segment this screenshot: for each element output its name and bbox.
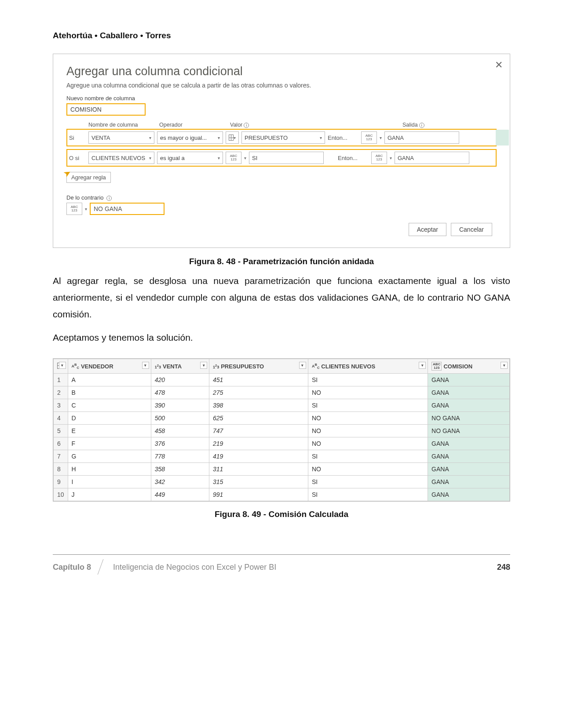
col-header-comision[interactable]: ABC123 COMISION ▾ xyxy=(428,359,510,374)
hdr-column: Nombre de columna xyxy=(88,122,157,128)
col-header-presupuesto[interactable]: 123 PRESUPUESTO ▾ xyxy=(209,359,308,374)
rule-row: O si CLIENTES NUEVOS▾ es igual a▾ ABC123… xyxy=(66,149,497,167)
column-select[interactable]: CLIENTES NUEVOS▾ xyxy=(88,152,154,164)
output-type-select[interactable]: ABC123 xyxy=(371,152,387,164)
cell-vendedor: C xyxy=(68,399,151,412)
cell-venta: 500 xyxy=(151,412,209,425)
cell-presupuesto: 419 xyxy=(209,450,308,463)
new-column-input[interactable] xyxy=(66,103,146,116)
chevron-down-icon: ▾ xyxy=(320,135,322,140)
cell-clientes: NO xyxy=(308,425,428,437)
cell-clientes: SI xyxy=(308,374,428,386)
column-select[interactable]: VENTA▾ xyxy=(88,131,154,144)
row-index: 10 xyxy=(54,488,68,501)
row-index: 1 xyxy=(54,374,68,386)
chevron-down-icon[interactable]: ▾ xyxy=(59,362,66,369)
cell-clientes: NO xyxy=(308,412,428,425)
operator-select[interactable]: es igual a▾ xyxy=(157,152,223,164)
cell-venta: 478 xyxy=(151,386,209,399)
chevron-down-icon[interactable]: ▾ xyxy=(299,362,306,369)
cell-clientes: SI xyxy=(308,399,428,412)
cell-presupuesto: 451 xyxy=(209,374,308,386)
table-row: 2B478275NOGANA xyxy=(54,386,510,399)
cell-venta: 358 xyxy=(151,463,209,476)
cell-clientes: NO xyxy=(308,437,428,450)
column-ref-icon xyxy=(229,135,234,141)
value-select[interactable]: PRESUPUESTO▾ xyxy=(241,131,325,144)
rule-prefix: O si xyxy=(69,155,86,161)
table-row: 9I342315SIGANA xyxy=(54,476,510,488)
chevron-down-icon: ▾ xyxy=(149,156,151,160)
paragraph: Aceptamos y tenemos la solución. xyxy=(53,329,510,346)
chevron-down-icon[interactable]: ▾ xyxy=(142,362,149,369)
chevron-down-icon[interactable]: ▾ xyxy=(200,362,207,369)
cell-vendedor: A xyxy=(68,374,151,386)
chevron-down-icon: ▾ xyxy=(244,156,246,160)
cell-comision: GANA xyxy=(428,476,510,488)
cell-venta: 778 xyxy=(151,450,209,463)
col-header-venta[interactable]: 123 VENTA ▾ xyxy=(151,359,209,374)
cell-vendedor: H xyxy=(68,463,151,476)
value-type-select[interactable]: ▾ xyxy=(226,131,239,144)
info-icon: i xyxy=(419,123,424,128)
figure-caption-49: Figura 8. 49 - Comisión Calculada xyxy=(53,510,510,519)
cell-presupuesto: 315 xyxy=(209,476,308,488)
table-row: 7G778419SIGANA xyxy=(54,450,510,463)
cell-presupuesto: 219 xyxy=(209,437,308,450)
cell-presupuesto: 398 xyxy=(209,399,308,412)
cell-vendedor: E xyxy=(68,425,151,437)
then-label: Enton... xyxy=(338,155,369,161)
chevron-down-icon: ▾ xyxy=(234,135,236,140)
cell-presupuesto: 311 xyxy=(209,463,308,476)
col-header-clientes[interactable]: ABC CLIENTES NUEVOS ▾ xyxy=(308,359,428,374)
more-icon[interactable]: ··· xyxy=(499,132,505,142)
cell-comision: GANA xyxy=(428,399,510,412)
cell-venta: 342 xyxy=(151,476,209,488)
book-title: Inteligencia de Negocios con Excel y Pow… xyxy=(104,563,497,572)
info-icon: i xyxy=(244,123,249,128)
chevron-down-icon: ▾ xyxy=(218,156,220,160)
cell-comision: GANA xyxy=(428,374,510,386)
cell-venta: 420 xyxy=(151,374,209,386)
output-input[interactable]: GANA xyxy=(395,152,469,164)
cell-venta: 376 xyxy=(151,437,209,450)
cell-vendedor: B xyxy=(68,386,151,399)
cell-comision: NO GANA xyxy=(428,425,510,437)
col-header-vendedor[interactable]: ABC VENDEDOR ▾ xyxy=(68,359,151,374)
close-icon[interactable]: ✕ xyxy=(495,59,503,71)
row-index: 5 xyxy=(54,425,68,437)
chevron-down-icon: ▾ xyxy=(85,207,87,211)
value-input[interactable]: SI xyxy=(249,152,324,164)
table-row: 1A420451SIGANA xyxy=(54,374,510,386)
chevron-down-icon[interactable]: ▾ xyxy=(501,362,508,369)
rule-prefix: Si xyxy=(69,135,86,141)
chevron-down-icon: ▾ xyxy=(380,135,382,140)
table-row: 3C390398SIGANA xyxy=(54,399,510,412)
figure-caption-48: Figura 8. 48 - Parametrización función a… xyxy=(53,257,510,266)
value-type-select[interactable]: ABC123 xyxy=(226,152,241,164)
result-table: ▾ ABC VENDEDOR ▾ 123 VENTA ▾ 123 PRESUPU… xyxy=(53,358,510,502)
chevron-down-icon[interactable]: ▾ xyxy=(419,362,426,369)
cell-vendedor: J xyxy=(68,488,151,501)
operator-select[interactable]: es mayor o igual...▾ xyxy=(157,131,223,144)
hdr-value: Valori xyxy=(230,122,344,128)
dialog-subtitle: Agregue una columna condicional que se c… xyxy=(66,82,497,89)
output-type-select[interactable]: ABC123 xyxy=(361,131,377,144)
cell-vendedor: G xyxy=(68,450,151,463)
cell-clientes: NO xyxy=(308,386,428,399)
cell-venta: 449 xyxy=(151,488,209,501)
otherwise-type-select[interactable]: ABC123 xyxy=(66,203,82,215)
cell-comision: GANA xyxy=(428,386,510,399)
row-index: 7 xyxy=(54,450,68,463)
hdr-operator: Operador xyxy=(159,122,227,128)
cell-vendedor: F xyxy=(68,437,151,450)
add-rule-button[interactable]: ➤ Agregar regla xyxy=(66,172,111,183)
otherwise-input[interactable] xyxy=(90,203,165,215)
cancel-button[interactable]: Cancelar xyxy=(451,223,492,236)
accept-button[interactable]: Aceptar xyxy=(409,223,446,236)
output-input[interactable]: GANA xyxy=(384,131,459,144)
table-row: 6F376219NOGANA xyxy=(54,437,510,450)
table-row: 5E458747NONO GANA xyxy=(54,425,510,437)
chapter-label: Capítulo 8 xyxy=(53,563,104,572)
row-index: 8 xyxy=(54,463,68,476)
